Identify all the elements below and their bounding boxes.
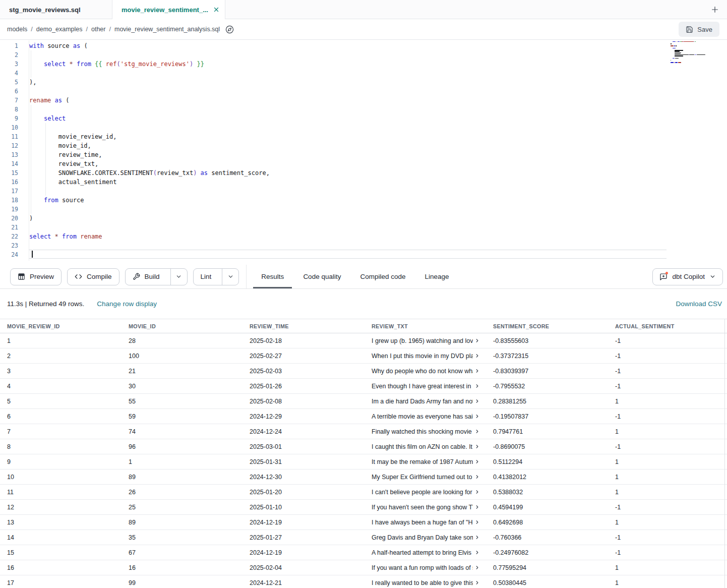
cell-review_txt: Im a die hard Dads Army fan and nothi... [365,398,486,405]
expand-cell-chevron-icon[interactable] [474,383,480,389]
line-number: 8 [0,105,29,114]
expand-cell-chevron-icon[interactable] [474,398,480,404]
results-tab-lineage[interactable]: Lineage [417,265,457,288]
expand-cell-chevron-icon[interactable] [474,353,480,359]
cell-movie_id: 74 [122,428,243,435]
cell-review_txt: Finally watched this shocking movie la..… [365,428,486,435]
breadcrumb-segment: other [91,26,106,33]
breadcrumb-separator: / [109,26,110,33]
compass-icon[interactable] [225,25,234,34]
expand-cell-chevron-icon[interactable] [474,474,480,480]
cell-review_txt: I caught this film on AZN on cable. It s… [365,443,486,450]
lint-label: Lint [201,273,212,280]
results-tab-results[interactable]: Results [253,265,292,288]
column-header-actual_sentiment: ACTUAL_SENTIMENT [608,323,724,329]
file-tab-movie-review-sentiment[interactable]: movie_review_sentiment_... [112,0,225,19]
code-line: ) [29,214,727,223]
expand-cell-chevron-icon[interactable] [474,429,480,434]
table-row: 6592024-12-29A terrible movie as everyon… [0,409,727,424]
expand-cell-chevron-icon[interactable] [474,459,480,464]
cell-sentiment_score: -0.24976082 [486,549,608,556]
cell-movie_id: 59 [122,413,243,420]
cell-sentiment_score: -0.19507837 [486,413,608,420]
preview-button[interactable]: Preview [10,268,62,285]
breadcrumb-row: models/demo_examples/other/movie_review_… [0,19,727,40]
expand-cell-chevron-icon[interactable] [474,535,480,540]
cell-review_txt: Even though I have great interest in Bi.… [365,383,486,390]
editor-gutter: 123456789101112131415161718192021222324 [0,41,29,259]
cell-movie_review_id: 17 [0,579,122,586]
column-header-movie_review_id: MOVIE_REVIEW_ID [0,323,122,329]
code-line [29,50,727,60]
cell-actual_sentiment: 1 [608,519,724,526]
line-number: 7 [0,96,29,105]
review-text: A terrible movie as everyone has said. .… [372,413,473,420]
save-button[interactable]: Save [679,22,719,37]
results-tab-compiled-code[interactable]: Compiled code [352,265,413,288]
compile-label: Compile [87,273,112,280]
results-table: MOVIE_REVIEW_IDMOVIE_IDREVIEW_TIMEREVIEW… [0,319,727,588]
cell-movie_id: 35 [122,534,243,541]
cell-review_txt: When I put this movie in my DVD playe... [365,352,486,360]
cell-review_time: 2025-03-01 [243,443,365,450]
table-row: 12252025-01-10If you haven't seen the go… [0,500,727,515]
review-text: Even though I have great interest in Bi.… [372,383,473,390]
code-editor[interactable]: 123456789101112131415161718192021222324 … [0,40,727,265]
cell-sentiment_score: 0.4594199 [486,504,608,511]
editor-code: with source as ( select * from {{ ref('s… [29,41,727,259]
copilot-sparkle-dot [665,272,668,274]
query-status-bar: 11.3s | Returned 49 rows. Change row dis… [0,289,727,319]
download-csv-link[interactable]: Download CSV [676,300,722,308]
expand-cell-chevron-icon[interactable] [474,550,480,555]
new-tab-button[interactable] [709,4,721,16]
close-tab-icon[interactable] [213,7,219,13]
cell-actual_sentiment: -1 [608,337,724,344]
compile-button[interactable]: Compile [67,268,119,285]
line-number: 18 [0,196,29,205]
line-number: 1 [0,41,29,50]
cell-movie_id: 28 [122,337,243,344]
expand-cell-chevron-icon[interactable] [474,444,480,449]
cell-movie_review_id: 1 [0,337,122,344]
lint-button[interactable]: Lint [194,269,218,285]
expand-cell-chevron-icon[interactable] [474,580,480,585]
code-line: select * from rename [29,232,727,241]
cell-movie_review_id: 2 [0,352,122,360]
cell-sentiment_score: -0.760366 [486,534,608,541]
build-dropdown-chevron[interactable] [170,269,187,285]
editor-minimap[interactable] [671,40,708,68]
cell-movie_id: 89 [122,519,243,526]
dbt-copilot-button[interactable]: dbt Copilot [652,268,723,285]
cell-movie_review_id: 10 [0,474,122,481]
expand-cell-chevron-icon[interactable] [474,338,480,343]
expand-cell-chevron-icon[interactable] [474,519,480,525]
code-line: SNOWFLAKE.CORTEX.SENTIMENT(review_txt) a… [29,168,727,178]
review-text: If you haven't seen the gong show TV s..… [372,504,473,511]
expand-cell-chevron-icon[interactable] [474,368,480,374]
file-tab-stg-movie-reviews[interactable]: stg_movie_reviews.sql [0,0,112,19]
line-number: 21 [0,223,29,232]
expand-cell-chevron-icon[interactable] [474,489,480,495]
cell-movie_id: 30 [122,383,243,390]
cell-actual_sentiment: 1 [608,458,724,465]
cell-review_txt: I really wanted to be able to give this … [365,579,486,586]
code-line: from source [29,196,727,205]
change-row-display-link[interactable]: Change row display [97,300,157,308]
cell-review_time: 2025-01-26 [243,383,365,390]
cell-sentiment_score: -0.37372315 [486,352,608,360]
build-button[interactable]: Build [126,269,166,285]
line-number: 16 [0,178,29,187]
expand-cell-chevron-icon[interactable] [474,414,480,419]
file-tab-label: movie_review_sentiment_... [122,6,208,14]
table-row: 11262025-01-20I can't believe people are… [0,485,727,500]
line-number: 17 [0,187,29,196]
expand-cell-chevron-icon[interactable] [474,565,480,570]
expand-cell-chevron-icon[interactable] [474,504,480,510]
results-tab-code-quality[interactable]: Code quality [295,265,349,288]
cell-review_time: 2025-01-20 [243,489,365,496]
cell-sentiment_score: -0.83555603 [486,337,608,344]
build-label: Build [145,273,160,280]
lint-dropdown-chevron[interactable] [222,269,238,285]
code-line: select * from {{ ref('stg_movie_reviews'… [29,60,727,69]
cell-actual_sentiment: 1 [608,474,724,481]
